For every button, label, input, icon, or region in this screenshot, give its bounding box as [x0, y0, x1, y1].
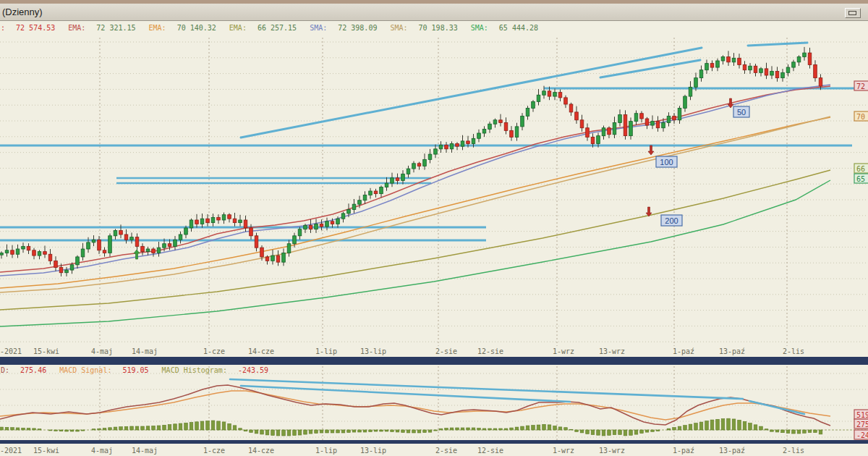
x-axis-label: 13-lip: [360, 447, 386, 455]
candle-body: [391, 178, 394, 183]
x-axis-label: 1-lip: [315, 447, 337, 455]
candle-body: [423, 159, 427, 166]
chart-canvas[interactable]: 5010020072706665519275-24-2021-202115-kw…: [0, 0, 868, 456]
macd-histogram-bar: [412, 430, 416, 433]
candle-body: [770, 72, 774, 75]
candle-body: [586, 128, 590, 138]
candle-body: [265, 257, 269, 261]
candle-body: [92, 240, 95, 242]
macd-histogram-bar: [553, 426, 557, 430]
indicator-legend-macd: D: 275.46MACD Signal: 519.05MACD Histogr…: [1, 366, 281, 374]
legend-ema200: EMA: 66 257.15: [229, 24, 303, 32]
legend-sma50-label: SMA:: [310, 24, 331, 32]
macd-histogram-bar: [667, 428, 671, 430]
legend-ema200-label: EMA:: [229, 24, 251, 32]
macd-histogram-bar: [374, 430, 378, 431]
candle-body: [749, 66, 752, 69]
legend-sma100-value: 70 198.33: [419, 24, 458, 32]
candle-body: [510, 130, 514, 137]
macd-legend-macd: D: 275.46: [1, 366, 53, 374]
x-axis-label: 13-paź: [719, 347, 745, 355]
macd-histogram-bar: [363, 430, 367, 432]
x-axis-label: 2-lis: [783, 447, 804, 455]
macd-histogram-bar: [369, 430, 373, 432]
candle-body: [515, 127, 519, 138]
sell-signal-arrow-icon[interactable]: [648, 145, 654, 155]
candle-body: [315, 224, 318, 229]
macd-histogram-bar: [705, 421, 709, 430]
macd-histogram-bar: [282, 430, 286, 436]
macd-histogram-bar: [765, 429, 768, 430]
candle-body: [233, 219, 237, 222]
candle-body: [803, 53, 807, 56]
macd-histogram-bar: [119, 427, 123, 430]
candle-body: [488, 124, 492, 129]
candle-body: [179, 235, 182, 240]
macd-histogram-bar: [38, 429, 41, 430]
macd-histogram-bar: [493, 428, 497, 430]
candle-body: [146, 249, 150, 252]
candle-body: [532, 101, 535, 108]
candle-body: [689, 87, 692, 96]
candle-body: [694, 78, 698, 88]
macd-histogram-bar: [569, 429, 573, 430]
macd-histogram-bar: [542, 424, 546, 430]
macd-legend-signal-label: MACD Signal:: [59, 366, 116, 374]
macd-histogram-bar: [575, 430, 579, 431]
macd-histogram-bar: [786, 430, 790, 433]
x-axis-label: -2021: [0, 347, 22, 355]
macd-histogram-bar: [22, 428, 25, 430]
macd-histogram-bar: [515, 427, 519, 430]
macd-histogram-bar: [336, 430, 340, 433]
macd-histogram-bar: [211, 421, 215, 430]
macd-histogram-bar: [819, 430, 822, 434]
candle-body: [70, 265, 74, 270]
ma-period-tag-label: 50: [737, 108, 746, 117]
candle-body: [569, 104, 573, 112]
x-axis-label: 1-paź: [673, 447, 694, 455]
candle-body: [309, 225, 312, 229]
candle-body: [38, 252, 41, 256]
trendline[interactable]: [748, 43, 807, 46]
trendline[interactable]: [600, 60, 700, 77]
candle-body: [298, 229, 302, 236]
macd-histogram-bar: [168, 425, 171, 430]
candle-body: [217, 217, 221, 220]
macd-histogram-bar: [315, 430, 318, 434]
candle-body: [760, 69, 763, 72]
macd-histogram-bar: [380, 430, 383, 431]
macd-histogram-bar: [488, 428, 492, 430]
candle-body: [168, 244, 171, 247]
macd-histogram-bar: [656, 430, 660, 431]
macd-histogram-bar: [163, 425, 166, 430]
candle-body: [352, 204, 356, 209]
candle-body: [320, 224, 323, 227]
candle-body: [553, 93, 557, 96]
macd-histogram-bar: [200, 421, 204, 430]
macd-histogram-bar: [250, 430, 253, 432]
candle-body: [374, 191, 378, 194]
macd-histogram-bar: [141, 426, 145, 430]
macd-histogram-bar: [190, 423, 193, 430]
macd-histogram-bar: [70, 430, 74, 431]
legend-close: : 72 574.53: [1, 24, 61, 32]
macd-histogram-bar: [526, 426, 529, 430]
macd-histogram-bar: [124, 426, 128, 430]
macd-trendline[interactable]: [749, 401, 804, 414]
legend-sma50: SMA: 72 398.09: [310, 24, 383, 32]
macd-legend-macd-value: 275.46: [20, 366, 46, 374]
x-axis-label: 15-kwi: [33, 347, 59, 355]
ma-line-sma100: [0, 117, 830, 292]
macd-histogram-bar: [760, 426, 763, 430]
macd-histogram-bar: [775, 430, 779, 432]
macd-histogram-bar: [65, 430, 69, 431]
macd-axis-label-value: 275: [856, 421, 868, 428]
candle-body: [564, 98, 568, 104]
macd-histogram-bar: [152, 426, 156, 430]
macd-histogram-bar: [423, 430, 427, 433]
macd-histogram-bar: [114, 427, 117, 430]
candle-body: [396, 178, 399, 181]
x-axis-label: -2021: [0, 447, 22, 455]
macd-histogram-bar: [738, 420, 741, 430]
candle-body: [331, 221, 334, 224]
